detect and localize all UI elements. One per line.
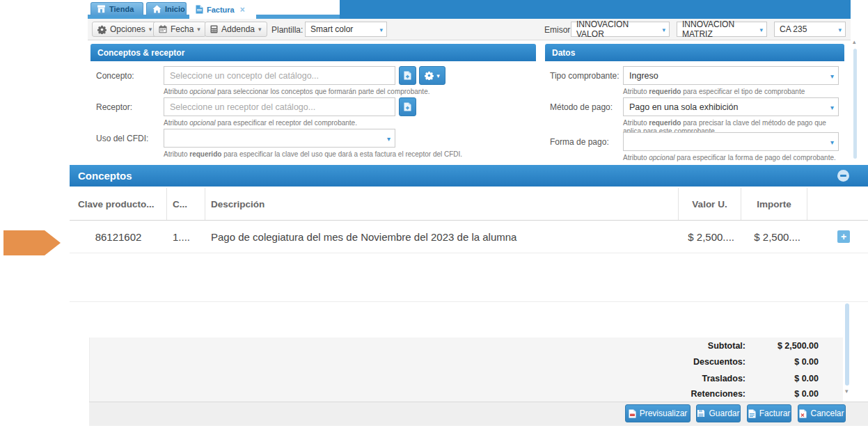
addenda-button[interactable]: Addenda ▾	[205, 22, 267, 37]
calendar-icon	[159, 25, 167, 33]
scrollbar-thumb[interactable]	[845, 303, 849, 386]
tab-bar-fill	[340, 0, 851, 19]
close-icon[interactable]: ×	[240, 5, 245, 15]
annotation-arrow	[3, 230, 61, 255]
chevron-down-icon: ▾	[197, 26, 200, 33]
descuentos-value: $ 0.00	[735, 357, 819, 367]
subtotal-value: $ 2,500.00	[735, 341, 819, 351]
emisor-value: INNOVACION VALOR	[576, 19, 656, 39]
concepto-settings-button[interactable]: ▾	[419, 66, 445, 85]
cancel-document-icon	[799, 409, 807, 418]
subtotal-label: Subtotal:	[606, 341, 745, 351]
column-header-clave[interactable]: Clave producto...	[70, 188, 167, 220]
column-header-descripcion[interactable]: Descripción	[205, 188, 679, 220]
document-add-icon	[404, 102, 411, 111]
scroll-down-icon[interactable]: ▾	[845, 388, 849, 395]
invoice-app-screen: Tienda Inicio Factura × Opciones ▾	[0, 0, 868, 428]
panel-title: Conceptos & receptor	[90, 44, 536, 61]
chevron-down-icon: ▾	[387, 135, 390, 143]
concepto-help: Atributo opcional para seleccionar los c…	[164, 88, 429, 96]
row-valor-unitario: $ 2,500....	[679, 221, 741, 253]
tab-inicio[interactable]: Inicio	[146, 2, 187, 15]
chevron-down-icon: ▾	[830, 104, 834, 111]
chevron-down-icon: ▾	[149, 26, 152, 33]
uso-cfdi-label: Uso del CFDI:	[96, 134, 148, 143]
calculator-icon	[210, 25, 218, 33]
datos-panel: Datos Tipo comprobante: Ingreso ▾ Atribu…	[545, 44, 844, 161]
conceptos-receptor-panel: Conceptos & receptor Concepto: ▾ Atribut…	[90, 44, 536, 161]
descuentos-label: Descuentos:	[606, 357, 745, 367]
tab-label: Tienda	[109, 5, 134, 13]
guardar-label: Guardar	[709, 409, 739, 418]
row-importe: $ 2,500....	[741, 221, 807, 253]
forma-pago-help: Atributo opcional para especificar la fo…	[623, 154, 836, 162]
row-descripcion: Pago de colegiatura del mes de Noviembre…	[205, 221, 679, 253]
plantilla-label: Plantilla:	[271, 25, 303, 35]
document-icon	[196, 5, 203, 14]
add-concepto-button[interactable]	[399, 66, 416, 85]
tipo-comprobante-help: Atributo requerido para especificar el t…	[623, 88, 805, 96]
receptor-input[interactable]	[164, 97, 395, 116]
gear-icon	[97, 25, 106, 34]
row-clave: 86121602	[70, 221, 167, 253]
sucursal-value: INNOVACION MATRIZ	[682, 19, 754, 39]
chevron-down-icon: ▾	[436, 72, 440, 79]
previsualizar-label: Previsualizar	[640, 409, 688, 418]
vertical-scrollbar[interactable]: ▴	[852, 39, 859, 163]
tab-tienda[interactable]: Tienda	[90, 2, 143, 15]
cancelar-label: Cancelar	[810, 409, 844, 418]
receptor-label: Receptor:	[96, 102, 132, 112]
plantilla-select[interactable]: Smart color ▾	[305, 22, 387, 37]
chevron-down-icon: ▾	[379, 26, 383, 33]
tab-label: Inicio	[165, 5, 185, 13]
facturar-label: Facturar	[759, 409, 791, 418]
fecha-label: Fecha	[171, 24, 194, 34]
add-row-button[interactable]: +	[837, 230, 850, 243]
grid-header-row: Clave producto... C... Descripción Valor…	[70, 188, 868, 221]
cancelar-button[interactable]: Cancelar	[798, 404, 846, 422]
table-row[interactable]: 86121602 1.... Pago de colegiatura del m…	[70, 221, 868, 253]
column-header-importe[interactable]: Importe	[741, 188, 807, 220]
forma-pago-select[interactable]: ▾	[623, 132, 839, 151]
forma-pago-label: Forma de pago:	[550, 137, 609, 147]
concepto-input[interactable]	[164, 66, 395, 85]
scrollbar-thumb[interactable]	[853, 49, 857, 159]
conceptos-grid-title: Conceptos	[70, 165, 868, 187]
chevron-down-icon: ▾	[759, 26, 763, 33]
fecha-button[interactable]: Fecha ▾	[153, 22, 206, 37]
serie-select[interactable]: CA 235 ▾	[774, 22, 846, 37]
guardar-button[interactable]: Guardar	[696, 404, 741, 422]
tipo-comprobante-select[interactable]: Ingreso ▾	[623, 66, 839, 85]
collapse-panel-button[interactable]	[837, 170, 849, 182]
retenciones-value: $ 0.00	[735, 389, 819, 399]
add-receptor-button[interactable]	[399, 97, 416, 116]
facturar-button[interactable]: Facturar	[747, 404, 791, 422]
sucursal-select[interactable]: INNOVACION MATRIZ ▾	[677, 22, 767, 37]
emisor-label: Emisor	[544, 25, 570, 35]
uso-cfdi-help: Atributo requerido para especificar la c…	[164, 150, 462, 159]
uso-cfdi-select[interactable]: ▾	[164, 129, 395, 148]
emisor-select[interactable]: INNOVACION VALOR ▾	[571, 22, 670, 37]
retenciones-label: Retenciones:	[606, 389, 745, 399]
concepto-label: Concepto:	[96, 71, 134, 81]
row-cantidad: 1....	[167, 221, 205, 253]
scroll-up-icon[interactable]: ▴	[853, 39, 856, 45]
main-toolbar: Opciones ▾ Fecha ▾ Addenda ▾ Plantilla: …	[88, 19, 851, 40]
previsualizar-button[interactable]: Previsualizar	[625, 404, 691, 422]
store-icon	[97, 5, 106, 13]
column-header-valor-unitario[interactable]: Valor U.	[679, 188, 741, 220]
metodo-pago-label: Método de pago:	[550, 102, 613, 112]
tab-label: Factura	[207, 6, 235, 14]
column-header-actions	[807, 188, 868, 220]
chevron-down-icon: ▾	[838, 26, 842, 33]
metodo-pago-select[interactable]: Pago en una sola exhibición ▾	[623, 97, 839, 116]
totals-section: Subtotal: $ 2,500.00 Descuentos: $ 0.00 …	[89, 338, 843, 402]
tab-bar: Tienda Inicio Factura ×	[88, 0, 851, 19]
metodo-pago-value: Pago en una sola exhibición	[629, 102, 738, 112]
pdf-icon	[629, 409, 636, 418]
opciones-button[interactable]: Opciones ▾	[92, 22, 157, 37]
gear-icon	[425, 71, 434, 80]
column-header-cantidad[interactable]: C...	[167, 188, 205, 220]
tab-factura[interactable]: Factura ×	[189, 0, 256, 19]
chevron-down-icon: ▾	[258, 26, 262, 33]
